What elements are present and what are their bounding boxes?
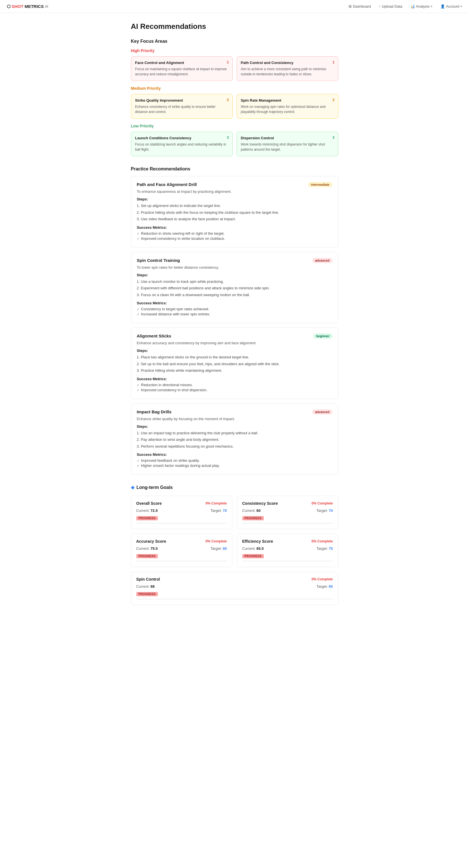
progress-bar-bg	[136, 523, 227, 524]
success-item: ✓ Higher smash factor readings during ac…	[137, 463, 332, 468]
practice-card-1: Path and Face Alignment Drill intermedia…	[131, 176, 339, 247]
success-label: Success Metrics:	[137, 301, 332, 305]
goal-current: Current: 68	[136, 584, 155, 589]
drill-title: Impact Bag Drills	[137, 409, 172, 414]
analysis-icon: 📊	[410, 4, 415, 8]
focus-card-desc: Enhance consistency of strike quality to…	[135, 104, 228, 114]
drill-desc: Enhance strike quality by focusing on th…	[137, 417, 332, 421]
goal-row: Current: 75.5 Target: 80	[136, 547, 227, 551]
success-item: ✓ Improved feedback on strike quality.	[137, 458, 332, 463]
nav-account[interactable]: 👤 Account ▾	[440, 4, 462, 8]
success-list: ✓ Improved feedback on strike quality. ✓…	[137, 458, 332, 468]
navbar: ⬡ SHOTMETRICS AI ⊞ Dashboard ↑ Upload Da…	[0, 0, 469, 13]
goal-complete: 0% Complete	[312, 577, 333, 581]
logo-icon: ⬡	[7, 4, 10, 9]
goal-header: Overall Score 0% Complete	[136, 501, 227, 506]
goal-name: Accuracy Score	[136, 539, 166, 544]
high-priority-cards: 1 Face Control and Alignment Focus on ma…	[131, 56, 339, 81]
step-item: 3. Perform several repetitions focusing …	[137, 444, 332, 449]
logo-metrics: METRICS	[25, 4, 44, 9]
goals-title: ◆ Long-term Goals	[131, 485, 339, 490]
goal-current: Current: 75.5	[136, 547, 158, 551]
practice-card-4: Impact Bag Drills advanced Enhance strik…	[131, 403, 339, 475]
focus-card-desc: Focus on stabilizing launch angles and r…	[135, 142, 228, 152]
steps-list: 1. Set up alignment sticks to indicate t…	[137, 203, 332, 222]
goal-current: Current: 65.5	[242, 547, 264, 551]
goal-card-consistency: Consistency Score 0% Complete Current: 6…	[237, 496, 339, 529]
nav-dashboard[interactable]: ⊞ Dashboard	[349, 4, 371, 8]
success-item: ✓ Reduction in shots veering left or rig…	[137, 231, 332, 236]
goal-target: Target: 80	[210, 547, 227, 551]
nav-upload[interactable]: ↑ Upload Data	[379, 4, 402, 8]
steps-list: 1. Use an impact bag to practice deliver…	[137, 430, 332, 449]
drill-title: Alignment Sticks	[137, 334, 171, 338]
success-list: ✓ Reduction in shots veering left or rig…	[137, 231, 332, 241]
nav-links: ⊞ Dashboard ↑ Upload Data 📊 Analysis ▾ 👤…	[349, 4, 462, 8]
goal-card-efficiency: Efficiency Score 0% Complete Current: 65…	[237, 534, 339, 567]
focus-card-title: Strike Quality Improvement	[135, 98, 228, 102]
success-label: Success Metrics:	[137, 377, 332, 381]
focus-card-desc: Aim to achieve a more consistent swing p…	[241, 66, 334, 77]
steps-label: Steps:	[137, 273, 332, 277]
upload-icon: ↑	[379, 4, 381, 8]
focus-card-title: Path Control and Consistency	[241, 61, 334, 65]
goal-row: Current: 65.5 Target: 75	[242, 547, 333, 551]
focus-card-desc: Work towards minimizing shot dispersion …	[241, 142, 334, 152]
badge-advanced: advanced	[312, 258, 332, 263]
focus-card-low-1: 3 Launch Conditions Consistency Focus on…	[131, 132, 233, 156]
drill-title: Spin Control Training	[137, 258, 180, 263]
step-item: 3. Practice hitting shots while maintain…	[137, 368, 332, 373]
check-icon: ✓	[137, 459, 140, 463]
medium-priority-label: Medium Priority	[131, 86, 339, 91]
goal-complete: 0% Complete	[205, 501, 227, 505]
badge-advanced-2: advanced	[312, 409, 332, 414]
diamond-icon: ◆	[131, 485, 134, 490]
success-item: ✓ Increased distance with lower spin ent…	[137, 312, 332, 316]
practice-card-header: Spin Control Training advanced	[137, 258, 332, 263]
drill-title: Path and Face Alignment Drill	[137, 182, 197, 187]
practice-card-2: Spin Control Training advanced To lower …	[131, 252, 339, 323]
practice-card-header: Impact Bag Drills advanced	[137, 409, 332, 414]
progress-badge: PROGRESS	[136, 516, 158, 520]
goal-target: Target: 75	[317, 547, 333, 551]
success-item: ✓ Improved consistency in shot dispersio…	[137, 388, 332, 392]
goal-header: Spin Control 0% Complete	[136, 577, 333, 582]
focus-card-num: 2	[332, 98, 334, 102]
goals-grid: Overall Score 0% Complete Current: 72.5 …	[131, 496, 339, 567]
practice-section: Practice Recommendations Path and Face A…	[131, 166, 339, 474]
focus-card-num: 3	[332, 135, 334, 140]
focus-card-title: Face Control and Alignment	[135, 61, 228, 65]
focus-card-title: Spin Rate Management	[241, 98, 334, 102]
focus-card-medium-2: 2 Spin Rate Management Work on managing …	[237, 94, 339, 119]
dashboard-icon: ⊞	[349, 4, 352, 8]
success-item: ✓ Consistency in target spin rates achie…	[137, 307, 332, 311]
focus-card-title: Launch Conditions Consistency	[135, 136, 228, 140]
check-icon: ✓	[137, 389, 140, 392]
goals-section: ◆ Long-term Goals Overall Score 0% Compl…	[131, 485, 339, 605]
logo: ⬡ SHOTMETRICS AI	[7, 4, 48, 9]
badge-beginner: beginner	[314, 334, 332, 339]
success-item: ✓ Improved consistency in strike locatio…	[137, 237, 332, 241]
focus-card-num: 1	[227, 60, 229, 64]
step-item: 3. Use video feedback to analyze the fac…	[137, 216, 332, 222]
progress-badge: PROGRESS	[136, 554, 158, 558]
focus-card-num: 1	[332, 60, 334, 64]
page-title: AI Recommendations	[131, 22, 339, 31]
focus-card-desc: Work on managing spin rates for optimize…	[241, 104, 334, 114]
goal-current: Current: 60	[242, 508, 261, 513]
focus-areas-section: Key Focus Areas High Priority 1 Face Con…	[131, 39, 339, 156]
main-content: AI Recommendations Key Focus Areas High …	[124, 13, 345, 622]
success-list: ✓ Consistency in target spin rates achie…	[137, 307, 332, 316]
step-item: 2. Set up to the ball and ensure your fe…	[137, 361, 332, 367]
goal-target: Target: 70	[210, 508, 227, 513]
goal-header: Consistency Score 0% Complete	[242, 501, 333, 506]
medium-priority-cards: 2 Strike Quality Improvement Enhance con…	[131, 94, 339, 119]
step-item: 1. Use an impact bag to practice deliver…	[137, 430, 332, 436]
check-icon: ✓	[137, 464, 140, 468]
nav-analysis[interactable]: 📊 Analysis ▾	[410, 4, 433, 8]
goal-row: Current: 60 Target: 70	[242, 508, 333, 513]
check-icon: ✓	[137, 232, 140, 236]
practice-section-title: Practice Recommendations	[131, 166, 339, 172]
goal-header: Accuracy Score 0% Complete	[136, 539, 227, 544]
steps-label: Steps:	[137, 348, 332, 353]
